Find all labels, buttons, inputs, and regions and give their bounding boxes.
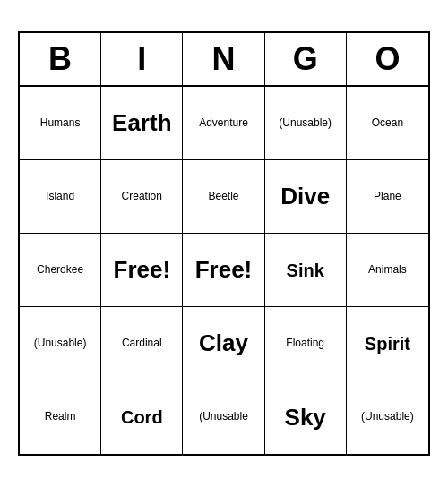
header-letter-n: N [183, 33, 264, 85]
bingo-cell-16: Cardinal [101, 307, 183, 380]
cell-text-13: Sink [287, 261, 324, 280]
bingo-cell-12: Free! [183, 234, 264, 307]
bingo-card: BINGO HumansEarthAdventure(Unusable)Ocea… [18, 31, 430, 456]
bingo-cell-10: Cherokee [20, 234, 101, 307]
bingo-grid: HumansEarthAdventure(Unusable)OceanIslan… [20, 87, 428, 454]
bingo-cell-18: Floating [265, 307, 347, 380]
cell-text-19: Spirit [365, 334, 410, 354]
cell-text-7: Beetle [208, 191, 238, 202]
cell-text-20: Realm [45, 411, 76, 423]
bingo-cell-14: Animals [347, 234, 428, 307]
header-letter-o: O [347, 33, 428, 85]
header-letter-i: I [101, 33, 183, 85]
cell-text-6: Creation [122, 191, 162, 202]
bingo-cell-7: Beetle [183, 160, 264, 234]
cell-text-5: Island [46, 191, 74, 202]
cell-text-12: Free! [195, 257, 253, 283]
bingo-cell-5: Island [20, 160, 101, 234]
cell-text-24: (Unusable) [361, 411, 414, 423]
cell-text-1: Earth [112, 110, 171, 136]
bingo-cell-0: Humans [20, 87, 101, 160]
cell-text-11: Free! [114, 257, 171, 283]
cell-text-10: Cherokee [37, 264, 83, 276]
cell-text-0: Humans [40, 117, 81, 129]
cell-text-18: Floating [286, 337, 324, 349]
bingo-cell-8: Dive [265, 160, 347, 234]
cell-text-9: Plane [374, 191, 401, 202]
cell-text-2: Adventure [199, 117, 248, 129]
cell-text-3: (Unusable) [279, 117, 332, 129]
cell-text-21: Cord [121, 407, 163, 427]
cell-text-8: Dive [280, 184, 330, 209]
bingo-cell-9: Plane [347, 160, 428, 234]
bingo-cell-13: Sink [265, 234, 347, 307]
cell-text-14: Animals [368, 264, 407, 276]
bingo-cell-2: Adventure [183, 87, 264, 160]
bingo-cell-17: Clay [183, 307, 264, 380]
cell-text-4: Ocean [372, 117, 403, 129]
bingo-cell-23: Sky [265, 380, 347, 454]
cell-text-22: (Unusable [199, 411, 248, 423]
bingo-cell-19: Spirit [347, 307, 428, 380]
bingo-cell-11: Free! [101, 234, 183, 307]
bingo-cell-4: Ocean [347, 87, 428, 160]
cell-text-23: Sky [285, 405, 326, 431]
bingo-cell-20: Realm [20, 380, 101, 454]
header-letter-b: B [20, 33, 101, 85]
bingo-cell-1: Earth [101, 87, 183, 160]
bingo-cell-6: Creation [101, 160, 183, 234]
bingo-header: BINGO [20, 33, 428, 87]
header-letter-g: G [265, 33, 347, 85]
cell-text-16: Cardinal [122, 337, 162, 349]
cell-text-17: Clay [199, 330, 248, 356]
bingo-cell-15: (Unusable) [20, 307, 101, 380]
bingo-cell-22: (Unusable [183, 380, 264, 454]
bingo-cell-21: Cord [101, 380, 183, 454]
bingo-cell-3: (Unusable) [265, 87, 347, 160]
cell-text-15: (Unusable) [34, 337, 87, 349]
bingo-cell-24: (Unusable) [347, 380, 428, 454]
